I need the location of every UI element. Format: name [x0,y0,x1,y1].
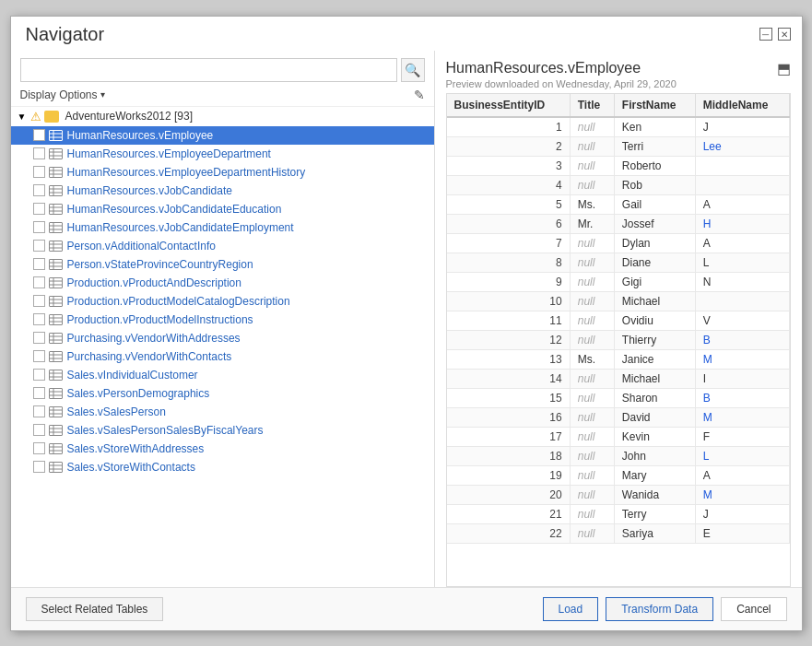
tree-item-checkbox[interactable] [33,276,45,288]
tree-item-checkbox[interactable] [33,424,45,436]
preview-title-area: HumanResources.vEmployee Preview downloa… [446,60,677,89]
table-row: 15nullSharonB [447,388,790,407]
tree-item-checkbox[interactable] [33,369,45,381]
content-area: 🔍 Display Options ▾ ✎ ▼ ⚠ AdventureWorks… [11,51,802,587]
search-input[interactable] [20,58,397,82]
minimize-button[interactable]: ─ [759,28,772,41]
table-column-header: Title [570,94,614,117]
tree-item[interactable]: Sales.vStoreWithContacts [11,458,434,476]
cell-middlename: L [695,253,789,272]
tree-item-label: Purchasing.vVendorWithAddresses [67,332,241,345]
tree-item[interactable]: Person.vStateProvinceCountryRegion [11,255,434,274]
data-table-container[interactable]: BusinessEntityIDTitleFirstNameMiddleName… [446,93,791,587]
svg-rect-72 [50,462,63,472]
tree-item[interactable]: Sales.vIndividualCustomer [11,366,434,384]
table-row: 22nullSariyaE [447,523,790,543]
table-icon [49,332,64,344]
tree-item[interactable]: Sales.vSalesPersonSalesByFiscalYears [11,421,434,440]
tree-item-checkbox[interactable] [33,221,45,233]
display-options-button[interactable]: Display Options ▾ [20,88,105,101]
tree-item[interactable]: Production.vProductModelInstructions [11,311,434,329]
tree-item[interactable]: HumanResources.vJobCandidateEmployment [11,218,434,237]
transform-data-button[interactable]: Transform Data [606,597,713,621]
export-button[interactable]: ⬒ [777,60,791,77]
cell-title: null [570,291,614,311]
tree-item[interactable]: Purchasing.vVendorWithAddresses [11,329,434,347]
cell-middlename: I [695,369,789,388]
tree-item[interactable]: HumanResources.vJobCandidateEducation [11,200,434,218]
cell-title: null [570,311,614,330]
table-icon [49,405,64,417]
tree-item[interactable]: HumanResources.vEmployee [11,126,434,145]
cell-firstname: Roberto [614,156,695,175]
tree-item-checkbox[interactable] [33,313,45,325]
cell-firstname: David [614,407,695,427]
cell-title: null [570,136,614,156]
tree-item[interactable]: HumanResources.vEmployeeDepartment [11,145,434,163]
table-column-header: MiddleName [695,94,789,117]
cell-id: 1 [447,117,571,137]
tree-item[interactable]: Person.vAdditionalContactInfo [11,237,434,255]
tree-item-label: HumanResources.vEmployee [67,129,214,142]
cell-firstname: Sharon [614,388,695,407]
cell-firstname: Janice [614,349,695,369]
tree-item-checkbox[interactable] [33,332,45,344]
cell-id: 17 [447,427,571,446]
window-title: Navigator [26,24,105,45]
cell-title: Ms. [570,194,614,214]
search-button[interactable]: 🔍 [401,58,425,82]
tree-item[interactable]: Production.vProductModelCatalogDescripti… [11,292,434,311]
tree-item-label: HumanResources.vEmployeeDepartmentHistor… [67,166,306,179]
tree-item-checkbox[interactable] [33,240,45,252]
table-row: 10nullMichael [447,291,790,311]
tree-item[interactable]: HumanResources.vJobCandidate [11,182,434,200]
tree-item-checkbox[interactable] [33,461,45,473]
tree-item-checkbox[interactable] [33,405,45,417]
cell-firstname: Ovidiu [614,311,695,330]
tree-item-checkbox[interactable] [33,387,45,399]
cell-firstname: Gail [614,194,695,214]
tree-item[interactable]: HumanResources.vEmployeeDepartmentHistor… [11,163,434,182]
tree-item-checkbox[interactable] [33,442,45,454]
tree-expand-icon[interactable]: ▼ [17,111,28,122]
cell-id: 19 [447,465,571,485]
folder-icon [44,111,59,123]
cell-title: null [570,253,614,272]
load-button[interactable]: Load [543,597,599,621]
tree-item-checkbox[interactable] [33,166,45,178]
cancel-button[interactable]: Cancel [721,597,786,621]
svg-rect-4 [50,148,63,159]
cell-firstname: Sariya [614,523,695,543]
table-row: 8nullDianeL [447,253,790,272]
close-button[interactable]: ✕ [778,28,791,41]
edit-button[interactable]: ✎ [414,88,425,102]
tree-item-checkbox[interactable] [33,258,45,270]
cell-title: null [570,523,614,543]
table-icon [49,203,64,215]
select-related-button[interactable]: Select Related Tables [26,597,164,621]
tree-item[interactable]: Production.vProductAndDescription [11,274,434,292]
svg-rect-44 [50,333,63,343]
cell-title: null [570,465,614,485]
tree-root-row: ▼ ⚠ AdventureWorks2012 [93] [11,107,434,126]
table-icon [49,129,64,141]
cell-firstname: Thierry [614,330,695,349]
cell-middlename: J [695,504,789,523]
tree-item-checkbox[interactable] [33,147,45,159]
cell-id: 10 [447,291,571,311]
tree-item-checkbox[interactable] [33,295,45,307]
tree-item-label: HumanResources.vJobCandidateEmployment [67,221,294,234]
cell-middlename [695,156,789,175]
tree-item[interactable]: Sales.vSalesPerson [11,403,434,421]
tree-item-checkbox[interactable] [33,350,45,362]
tree-item-checkbox[interactable] [33,129,45,141]
tree-item[interactable]: Sales.vPersonDemographics [11,384,434,403]
tree-item-label: Production.vProductModelCatalogDescripti… [67,295,290,308]
cell-title: Mr. [570,214,614,233]
window-controls: ─ ✕ [759,28,791,41]
tree-item[interactable]: Purchasing.vVendorWithContacts [11,347,434,366]
tree-item[interactable]: Sales.vStoreWithAddresses [11,440,434,458]
svg-rect-36 [50,296,63,306]
tree-item-checkbox[interactable] [33,203,45,215]
tree-item-checkbox[interactable] [33,184,45,196]
